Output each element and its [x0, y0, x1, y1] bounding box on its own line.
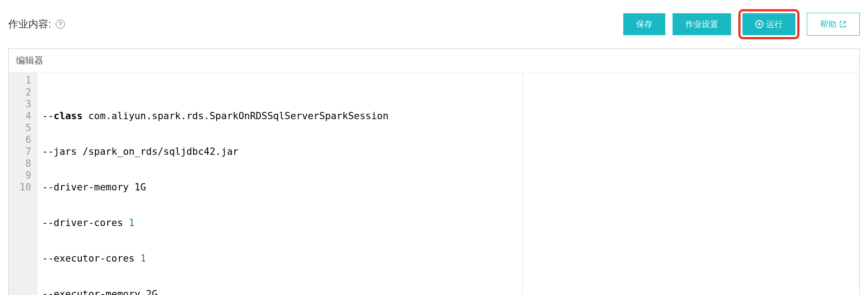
run-button-highlight: 运行: [738, 9, 800, 39]
code-editor: 编辑器 1 2 3 4 5 6 7 8 9 10 --class com.ali…: [8, 48, 860, 295]
toolbar: 保存 作业设置 运行 帮助: [623, 9, 860, 39]
code-line: --driver-cores 1: [37, 217, 859, 229]
help-button-label: 帮助: [820, 19, 836, 30]
code-area[interactable]: --class com.aliyun.spark.rds.SparkOnRDSS…: [37, 73, 859, 295]
code-line: --driver-memory 1G: [37, 181, 859, 193]
code-line: --class com.aliyun.spark.rds.SparkOnRDSS…: [37, 110, 859, 122]
job-settings-button[interactable]: 作业设置: [673, 13, 731, 35]
save-button[interactable]: 保存: [623, 13, 665, 35]
code-line: --executor-cores 1: [37, 253, 859, 264]
help-button[interactable]: 帮助: [807, 13, 860, 36]
code-line: --executor-memory 2G: [37, 288, 859, 295]
editor-body[interactable]: 1 2 3 4 5 6 7 8 9 10 --class com.aliyun.…: [9, 73, 859, 295]
run-button[interactable]: 运行: [742, 13, 795, 35]
external-link-icon: [839, 21, 847, 28]
run-button-label: 运行: [766, 19, 783, 30]
play-icon: [755, 20, 763, 28]
line-number-gutter: 1 2 3 4 5 6 7 8 9 10: [9, 73, 37, 295]
page-title: 作业内容:: [8, 17, 51, 31]
code-line: --jars /spark_on_rds/sqljdbc42.jar: [37, 146, 859, 158]
print-margin: [522, 73, 523, 295]
editor-tab-label: 编辑器: [9, 49, 859, 73]
help-tooltip-icon[interactable]: ?: [56, 20, 65, 29]
